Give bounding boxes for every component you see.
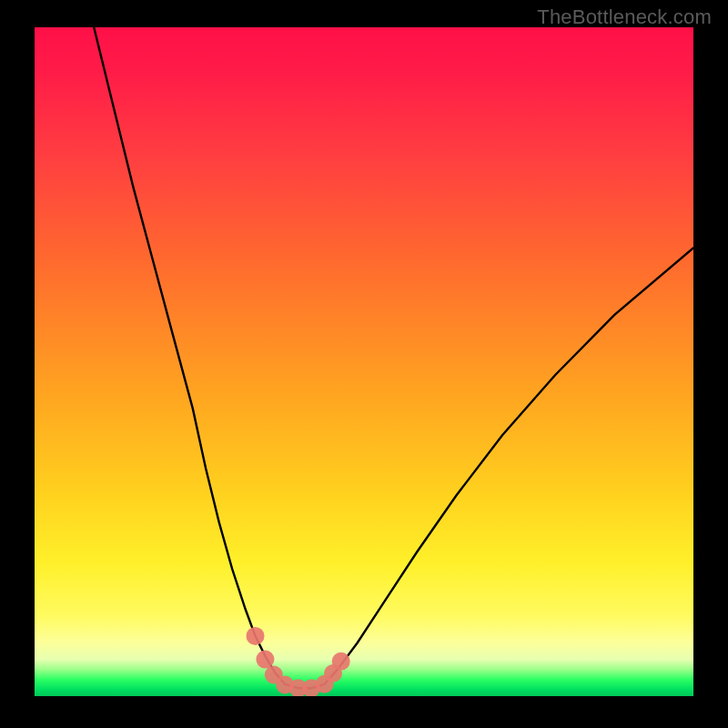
watermark-text: TheBottleneck.com bbox=[537, 5, 712, 29]
plot-area bbox=[35, 27, 693, 696]
outer-frame: TheBottleneck.com bbox=[0, 0, 728, 728]
bottleneck-curve bbox=[94, 27, 693, 688]
curve-marker bbox=[256, 651, 274, 669]
curve-marker bbox=[247, 627, 265, 645]
curve-marker bbox=[332, 652, 350, 671]
curve-layer bbox=[35, 27, 693, 696]
marker-group bbox=[247, 627, 350, 696]
